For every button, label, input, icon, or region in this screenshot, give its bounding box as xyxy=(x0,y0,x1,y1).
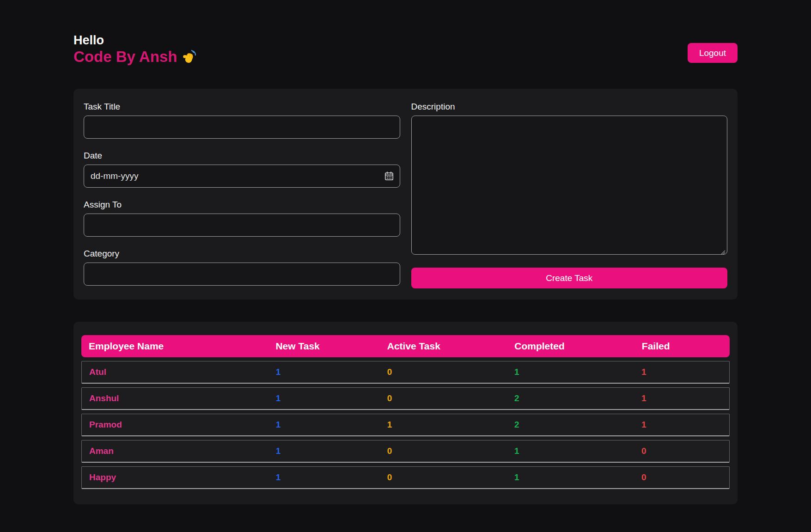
active-task-count: 0 xyxy=(387,472,514,483)
greeting-block: Hello Code By Ansh xyxy=(73,33,197,66)
assign-to-input[interactable] xyxy=(84,214,400,237)
active-task-count: 0 xyxy=(387,446,514,456)
task-title-field: Task Title xyxy=(84,102,400,139)
task-title-label: Task Title xyxy=(84,102,400,112)
page-container: Hello Code By Ansh Logout xyxy=(73,0,738,504)
failed-count: 0 xyxy=(641,472,722,483)
create-task-form: Task Title Date xyxy=(73,89,738,300)
completed-count: 1 xyxy=(514,446,641,456)
table-row: Aman 1 0 1 0 xyxy=(81,440,730,463)
employee-name: Pramod xyxy=(89,420,276,430)
new-task-count: 1 xyxy=(276,420,387,430)
assign-to-field: Assign To xyxy=(84,200,400,237)
failed-count: 0 xyxy=(641,446,722,456)
assign-to-label: Assign To xyxy=(84,200,400,210)
employee-name: Aman xyxy=(89,446,276,456)
new-task-count: 1 xyxy=(276,472,387,483)
completed-count: 1 xyxy=(514,472,641,483)
active-task-count: 0 xyxy=(387,367,514,377)
date-field: Date xyxy=(84,151,400,188)
col-new-task: New Task xyxy=(275,341,387,352)
category-field: Category xyxy=(84,249,400,286)
col-failed: Failed xyxy=(642,341,722,352)
table-row: Happy 1 0 1 0 xyxy=(81,466,730,489)
completed-count: 2 xyxy=(514,393,641,404)
task-title-input[interactable] xyxy=(84,116,400,139)
calendar-icon[interactable] xyxy=(384,171,394,181)
active-task-count: 1 xyxy=(387,420,514,430)
date-input[interactable] xyxy=(84,165,400,188)
table-header: Employee Name New Task Active Task Compl… xyxy=(81,335,730,357)
waving-hand-icon xyxy=(181,49,197,66)
col-active-task: Active Task xyxy=(387,341,515,352)
date-input-wrap xyxy=(84,165,400,188)
new-task-count: 1 xyxy=(276,446,387,456)
form-left-column: Task Title Date xyxy=(84,102,400,288)
failed-count: 1 xyxy=(641,393,722,404)
username-text: Code By Ansh xyxy=(73,48,197,66)
top-bar: Hello Code By Ansh Logout xyxy=(73,33,738,66)
employee-name: Happy xyxy=(89,472,276,483)
col-completed: Completed xyxy=(514,341,642,352)
new-task-count: 1 xyxy=(276,367,387,377)
category-label: Category xyxy=(84,249,400,259)
greeting-text: Hello xyxy=(73,33,197,48)
description-label: Description xyxy=(411,102,728,112)
form-right-column: Description Create Task xyxy=(411,102,728,288)
table-row: Pramod 1 1 2 1 xyxy=(81,414,730,436)
logout-button[interactable]: Logout xyxy=(688,43,738,63)
completed-count: 2 xyxy=(514,420,641,430)
col-employee-name: Employee Name xyxy=(89,341,275,352)
description-wrap xyxy=(411,116,728,257)
completed-count: 1 xyxy=(514,367,641,377)
employee-task-table: Employee Name New Task Active Task Compl… xyxy=(73,322,738,504)
failed-count: 1 xyxy=(641,367,722,377)
employee-name: Atul xyxy=(89,367,276,377)
username-label: Code By Ansh xyxy=(73,48,177,66)
new-task-count: 1 xyxy=(276,393,387,404)
description-textarea[interactable] xyxy=(411,116,728,255)
table-row: Anshul 1 0 2 1 xyxy=(81,387,730,410)
category-input[interactable] xyxy=(84,263,400,286)
employee-name: Anshul xyxy=(89,393,276,404)
table-row: Atul 1 0 1 1 xyxy=(81,361,730,384)
failed-count: 1 xyxy=(641,420,722,430)
date-label: Date xyxy=(84,151,400,161)
active-task-count: 0 xyxy=(387,393,514,404)
create-task-button[interactable]: Create Task xyxy=(411,268,728,288)
